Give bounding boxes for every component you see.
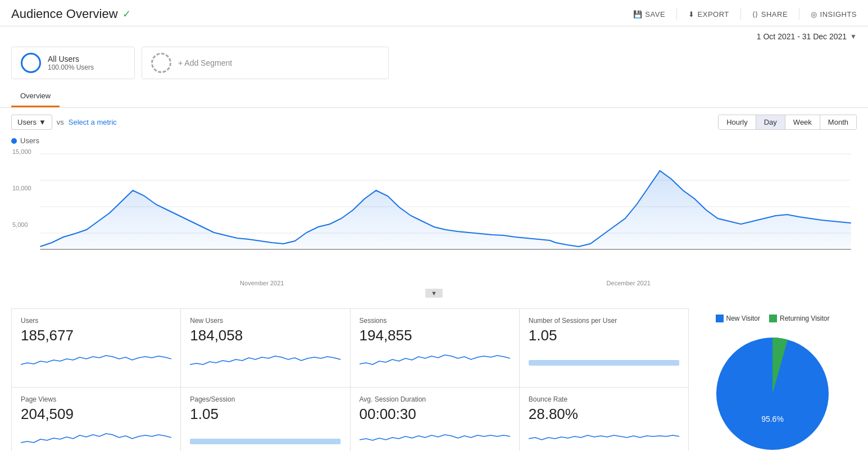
vs-text: vs [57,118,64,126]
stat-card-page-views: Page Views 204,509 [11,387,181,452]
chart-legend: Users [0,136,868,148]
sparkline-avg-session [360,427,510,448]
share-button[interactable]: ⟨⟩ SHARE [752,10,788,19]
y-label-10000: 10,000 [12,185,31,192]
stat-label-bounce-rate: Bounce Rate [529,395,679,403]
new-visitor-color [716,315,724,322]
stats-grid: Users 185,677 New Users 184,058 Sessions… [11,309,688,451]
divider [676,8,677,20]
tabs-section: Overview [0,86,868,108]
stat-label-sessions-per-user: Number of Sessions per User [529,317,679,325]
pie-legend: New Visitor Returning Visitor [716,315,830,322]
pie-center-label: 95.6% [761,414,784,423]
pie-chart-wrap: 95.6% [708,329,837,451]
y-label-5000: 5,000 [12,221,31,228]
all-users-segment: All Users 100.00% Users [11,47,135,79]
segment-name: All Users [48,54,94,63]
chart-svg [11,148,857,261]
day-button[interactable]: Day [756,115,785,129]
hourly-button[interactable]: Hourly [719,115,756,129]
segment-pct: 100.00% Users [48,63,94,71]
x-label-dec: December 2021 [607,280,651,286]
stat-value-page-views: 204,509 [21,406,171,423]
export-icon: ⬇ [688,10,695,19]
stat-label-page-views: Page Views [21,395,171,403]
stat-card-sessions: Sessions 194,855 [350,308,520,388]
sparkline-page-views [21,427,171,448]
insights-icon: ◎ [811,10,817,19]
sparkline-bounce-rate [529,427,679,448]
stats-section: Users 185,677 New Users 184,058 Sessions… [0,300,868,451]
divider [799,8,799,20]
users-legend-dot [11,138,17,144]
select-metric-link[interactable]: Select a metric [69,118,117,126]
stat-label-new-users: New Users [190,317,340,325]
chart-controls: Users ▼ vs Select a metric Hourly Day We… [0,108,868,136]
metric-label: Users [17,118,37,126]
scroll-hint: ▼ [0,286,868,300]
pie-chart-svg: 95.6% [708,329,837,451]
header-left: Audience Overview ✓ [11,7,131,21]
stat-card-bounce-rate: Bounce Rate 28.80% [519,387,689,452]
export-button[interactable]: ⬇ EXPORT [688,10,729,19]
segments-section: All Users 100.00% Users + Add Segment [0,47,868,86]
dropdown-arrow-icon: ▼ [39,118,46,126]
pie-section: New Visitor Returning Visitor [688,309,857,451]
week-button[interactable]: Week [785,115,820,129]
stat-label-pages-session: Pages/Session [190,395,340,403]
chart-container: 15,000 10,000 5,000 [0,148,868,277]
y-label-15000: 15,000 [12,148,31,155]
scroll-arrow-button[interactable]: ▼ [425,289,443,298]
stat-card-users: Users 185,677 [11,308,181,388]
sparkline-new-users [190,349,340,369]
x-label-nov: November 2021 [240,280,284,286]
time-buttons: Hourly Day Week Month [718,115,857,130]
sparkline-sessions [360,349,510,369]
chart-x-labels: November 2021 December 2021 [0,277,868,286]
new-visitor-label: New Visitor [726,315,760,322]
insights-button[interactable]: ◎ INSIGHTS [811,10,857,19]
shield-icon: ✓ [122,8,131,20]
stat-value-pages-session: 1.05 [190,406,340,423]
stat-value-avg-session: 00:00:30 [360,406,510,423]
save-icon: 💾 [633,10,643,19]
add-segment-card[interactable]: + Add Segment [142,47,389,79]
metric-dropdown[interactable]: Users ▼ [11,115,52,130]
returning-visitor-color [769,315,777,322]
users-legend-label: Users [20,136,39,145]
y-axis-labels: 15,000 10,000 5,000 [12,148,31,258]
svg-rect-5 [529,360,679,366]
segment-circle [21,53,41,73]
tab-overview[interactable]: Overview [11,86,60,107]
metric-controls: Users ▼ vs Select a metric [11,115,117,130]
stat-value-new-users: 184,058 [190,327,340,344]
add-segment-label: + Add Segment [178,58,232,67]
stat-card-new-users: New Users 184,058 [180,308,350,388]
new-visitor-legend: New Visitor [716,315,760,322]
date-range-section: 1 Oct 2021 - 31 Dec 2021 ▼ [0,26,868,47]
month-button[interactable]: Month [820,115,856,129]
date-range-label: 1 Oct 2021 - 31 Dec 2021 [757,32,847,41]
save-button[interactable]: 💾 SAVE [633,10,665,19]
header-actions: 💾 SAVE ⬇ EXPORT ⟨⟩ SHARE ◎ INSIGHTS [633,8,857,20]
divider [740,8,741,20]
sparkline-users [21,349,171,369]
header: Audience Overview ✓ 💾 SAVE ⬇ EXPORT ⟨⟩ S… [0,0,868,26]
returning-visitor-legend: Returning Visitor [769,315,830,322]
sparkline-pages-session [190,427,340,448]
chevron-down-icon: ▼ [850,33,857,40]
stat-value-sessions-per-user: 1.05 [529,327,679,344]
stat-value-sessions: 194,855 [360,327,510,344]
stat-label-users: Users [21,317,171,325]
sparkline-sessions-per-user [529,349,679,369]
stat-card-avg-session: Avg. Session Duration 00:00:30 [350,387,520,452]
add-segment-circle [151,53,171,73]
stat-label-sessions: Sessions [360,317,510,325]
stat-card-pages-session: Pages/Session 1.05 [180,387,350,452]
stat-label-avg-session: Avg. Session Duration [360,395,510,403]
stat-value-users: 185,677 [21,327,171,344]
stat-value-bounce-rate: 28.80% [529,406,679,423]
returning-visitor-label: Returning Visitor [780,315,830,322]
date-range-button[interactable]: 1 Oct 2021 - 31 Dec 2021 ▼ [757,32,857,41]
share-icon: ⟨⟩ [752,10,758,19]
